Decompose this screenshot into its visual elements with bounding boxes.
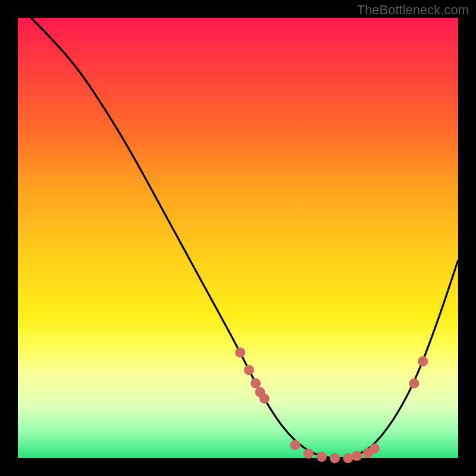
marker-dot xyxy=(369,443,380,453)
bottleneck-curve xyxy=(31,18,458,458)
marker-dot xyxy=(303,449,314,459)
highlight-markers xyxy=(235,347,428,464)
marker-dot xyxy=(418,356,428,367)
marker-dot xyxy=(290,440,300,450)
chart-plot-area xyxy=(18,18,458,458)
marker-dot xyxy=(244,365,254,375)
marker-dot xyxy=(235,347,245,358)
marker-dot xyxy=(409,378,419,389)
marker-dot xyxy=(343,453,353,464)
marker-dot xyxy=(330,453,340,464)
marker-dot xyxy=(317,452,327,462)
watermark-text: TheBottleneck.com xyxy=(357,2,469,18)
chart-svg xyxy=(18,18,458,458)
marker-dot xyxy=(259,394,270,404)
marker-dot xyxy=(250,378,261,389)
marker-dot xyxy=(352,451,362,461)
